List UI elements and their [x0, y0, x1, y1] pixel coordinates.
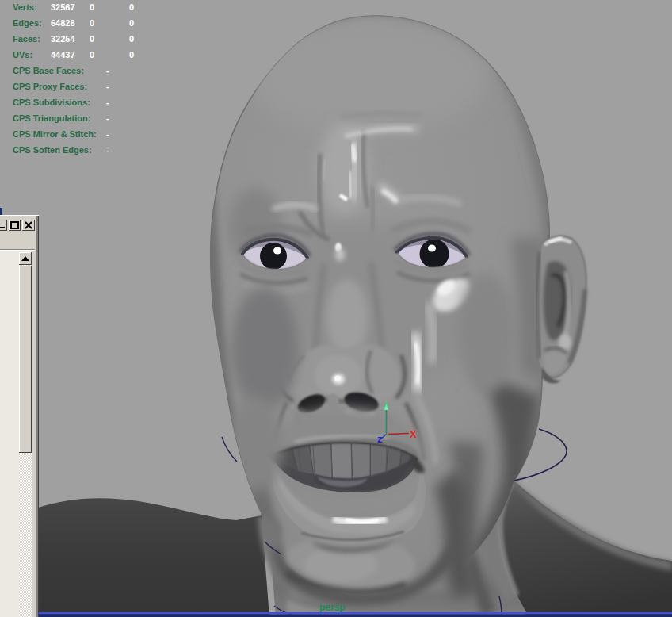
svg-text:0: 0: [90, 2, 94, 12]
svg-text:32254: 32254: [51, 34, 75, 44]
svg-text:CPS Soften Edges:: CPS Soften Edges:: [13, 145, 92, 155]
svg-text:CPS Triangulation:: CPS Triangulation:: [13, 113, 90, 123]
svg-text:z: z: [377, 433, 383, 445]
svg-text:persp: persp: [319, 602, 346, 613]
svg-text:-: -: [106, 113, 109, 123]
svg-text:32567: 32567: [51, 2, 75, 12]
svg-text:-: -: [106, 66, 109, 75]
svg-text:Verts:: Verts:: [13, 2, 37, 12]
svg-text:CPS Mirror & Stitch:: CPS Mirror & Stitch:: [13, 129, 97, 139]
svg-text:-: -: [106, 129, 109, 139]
svg-text:0: 0: [129, 2, 134, 12]
svg-text:0: 0: [129, 50, 134, 59]
svg-text:Faces:: Faces:: [13, 34, 40, 44]
svg-text:X: X: [410, 428, 417, 440]
svg-text:64828: 64828: [51, 18, 75, 28]
svg-text:44437: 44437: [51, 50, 75, 59]
svg-text:0: 0: [129, 18, 134, 28]
svg-text:Edges:: Edges:: [13, 18, 42, 28]
svg-text:0: 0: [129, 34, 134, 44]
svg-text:CPS Base Faces:: CPS Base Faces:: [13, 66, 84, 75]
svg-text:CPS Subdivisions:: CPS Subdivisions:: [13, 98, 90, 107]
svg-text:UVs:: UVs:: [13, 50, 32, 59]
svg-text:-: -: [106, 98, 109, 107]
svg-text:-: -: [106, 82, 109, 91]
svg-text:-: -: [106, 145, 109, 155]
svg-text:CPS Proxy Faces:: CPS Proxy Faces:: [13, 82, 87, 91]
svg-text:0: 0: [90, 34, 94, 44]
svg-text:0: 0: [90, 18, 94, 28]
svg-text:0: 0: [90, 50, 94, 59]
